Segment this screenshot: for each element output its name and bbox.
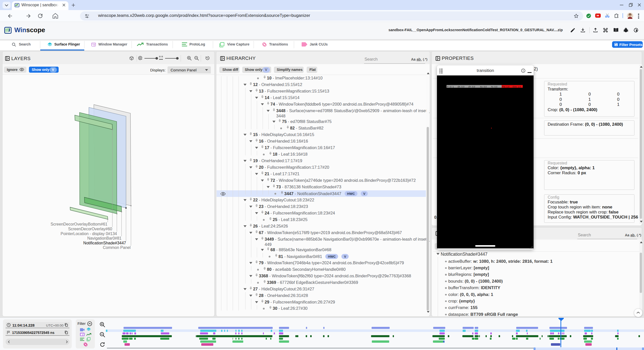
- svg-text:NavigationBar0#81: NavigationBar0#81: [87, 236, 122, 240]
- svg-text:NotificationShade#3447: NotificationShade#3447: [83, 241, 126, 245]
- svg-text:ScreenDecorOverlay#60: ScreenDecorOverlay#60: [68, 227, 112, 231]
- svg-text:ScreenDecorOverlayBottom#61: ScreenDecorOverlayBottom#61: [51, 222, 107, 226]
- svg-text:Common Panel: Common Panel: [103, 245, 131, 250]
- svg-text:PointerLocation - display 0#13: PointerLocation - display 0#134: [61, 232, 117, 236]
